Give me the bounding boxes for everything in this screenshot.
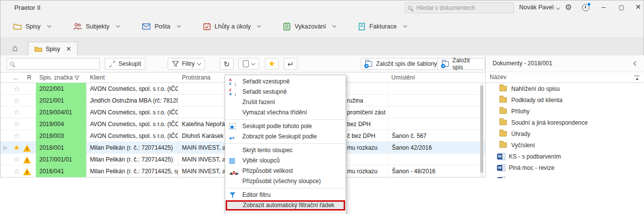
menu-spisy[interactable]: Spisy [13,23,51,30]
new-case-template-button[interactable]: + Založit spis dle šablony [361,58,447,70]
list-item-partial [486,174,644,178]
new-case-button[interactable]: + Založit spis [438,58,485,70]
chevron-down-icon [116,24,119,27]
list-item[interactable]: Soudní a jiná korespondence [486,117,644,128]
group-by-icon [229,123,235,130]
toolbar: ↗↙ Seskupit Filtry ↻ ★ ↵ + Založit spis … [0,55,485,72]
menu-vykazovani[interactable]: Vykazování [283,23,336,30]
favorite-star-icon[interactable]: ★ [10,142,23,154]
folder-icon [13,23,22,30]
new-folder-icon: + [365,61,373,67]
col-r[interactable]: R [27,74,31,81]
title-bar: Praetor II Novák Pavel ⚙ – ▢ ✕ [0,0,644,15]
menu-fakturace[interactable]: Fakturace [358,23,407,30]
menu-item-show-auto-filter-row[interactable]: Zobrazit automatický filtrační řádek [226,200,345,211]
chevron-down-icon [47,24,51,27]
documents-column-header[interactable]: Název [486,72,644,83]
folder-icon [34,46,42,52]
chevron-down-icon [556,6,560,10]
col-client[interactable]: Klient [90,74,105,81]
list-item[interactable]: Podklady od klienta [486,94,644,106]
favorite-star-icon[interactable]: ☆ [10,95,23,107]
table-scrollbar[interactable] [480,84,484,177]
menu-separator [226,119,345,120]
tab-spisy[interactable]: Spisy ✕ [28,42,78,55]
menu-lhuty[interactable]: Lhůty a úkoly [203,23,261,30]
case-number: 2021/001 [36,95,87,107]
menu-item-column-chooser[interactable]: Výběr sloupců [225,156,346,166]
status-clock-icon[interactable] [582,4,589,11]
favorite-star-icon[interactable]: ☆ [10,130,23,142]
menu-item-clear-all-sorting[interactable]: Vymazat všechna třídění [225,107,346,118]
case-number: 2016/041 [36,165,87,177]
export-button[interactable] [238,58,259,70]
folder-icon [499,108,507,114]
refresh-button[interactable]: ↻ [220,58,234,70]
folder-icon [499,120,507,125]
menu-item-filter-editor[interactable]: Editor filtru [225,190,346,200]
sort-ascending-icon: AZ↓ [229,78,240,86]
case-number: 2019/004/01 [36,107,87,118]
favorite-star-icon[interactable]: ☆ [10,165,23,177]
chevron-down-icon [176,24,180,27]
menu-item-group-by-field[interactable]: Seskupit podle tohoto pole [225,121,346,132]
list-item[interactable]: Nahlížení do spisu [486,83,644,94]
menu-item-best-fit-all[interactable]: Přizpůsobit (všechny sloupce) [225,176,346,187]
collapse-panel-icon[interactable] [634,61,639,66]
expand-row-icon[interactable]: ▷ [0,142,10,154]
menu-posta[interactable]: Pošta [142,23,180,30]
menu-subjekty[interactable]: Subjekty [73,23,119,30]
favorite-star-icon[interactable]: ☆ [10,154,23,165]
col-opponent[interactable]: Protistrana [182,74,210,81]
col-location[interactable]: Umístění [391,74,415,81]
list-item[interactable]: Vyčíslení [486,139,644,151]
enter-arrow-icon: ↵ [288,60,294,68]
menu-item-sort-descending[interactable]: ZA↓ Seřadit sestupně [225,87,346,97]
column-context-menu: AZ↓ Seřadit vzestupně ZA↓ Seřadit sestup… [225,75,346,214]
list-item[interactable]: WPlná moc - revize [486,162,644,173]
list-item[interactable]: Přílohy [486,106,644,117]
favorite-button[interactable]: ★ [265,58,279,70]
favorite-star-icon[interactable]: ☆ [10,83,23,95]
app-title: Praetor II [14,4,40,11]
filters-button[interactable]: Filtry [168,58,205,70]
documents-panel: Dokumenty - 2018/001 Název Nahlížení do … [485,55,644,178]
global-search-input[interactable] [415,4,510,12]
enter-button[interactable]: ↵ [284,58,297,70]
close-button[interactable]: ✕ [631,3,644,11]
column-filter-icon[interactable] [74,76,80,80]
user-menu[interactable]: Novák Pavel [519,4,559,11]
funnel-icon [172,61,179,67]
menu-item-best-fit[interactable]: ◀A▶ Přizpůsobit velikost [225,166,346,176]
tab-close-icon[interactable]: ✕ [66,45,71,53]
star-icon: ★ [268,60,275,68]
chevron-down-icon [197,61,201,65]
menu-item-hide-column[interactable]: Skrýt tento sloupec [225,145,346,156]
documents-list: Nahlížení do spisu Podklady od klienta P… [486,83,644,178]
global-search[interactable] [405,2,514,13]
menu-separator [226,188,345,188]
group-button[interactable]: ↗↙ Seskupit [105,58,146,70]
menu-item-show-group-panel[interactable]: ↩ Zobrazit pole Seskupit podle [225,132,346,142]
table-search[interactable] [6,58,100,70]
col-case[interactable]: Spis. značka [39,74,73,81]
table-search-input[interactable] [17,60,96,68]
case-number: 2018/001 [36,142,87,154]
maximize-button[interactable]: ▢ [614,4,629,11]
favorite-star-icon[interactable]: ☆ [10,107,23,118]
menu-item-clear-sorting[interactable]: Zrušit řazení [225,97,346,107]
home-icon[interactable]: ⌂ [12,44,18,53]
favorite-star-icon[interactable]: ☆ [10,118,23,130]
user-name: Novák Pavel [519,4,554,11]
minimize-button[interactable]: – [596,3,611,11]
search-icon [408,6,412,10]
word-document-icon [497,177,505,179]
sort-icon[interactable] [634,76,640,80]
settings-gear-icon[interactable]: ⚙ [565,2,572,12]
list-item[interactable]: WKS - s podbarvením [486,151,644,162]
scrollbar-thumb[interactable] [480,85,483,173]
list-item[interactable]: Úhrady [486,128,644,139]
col-more[interactable]: ... [13,74,18,81]
chevron-down-icon [251,61,255,65]
menu-item-sort-ascending[interactable]: AZ↓ Seřadit vzestupně [225,77,346,87]
